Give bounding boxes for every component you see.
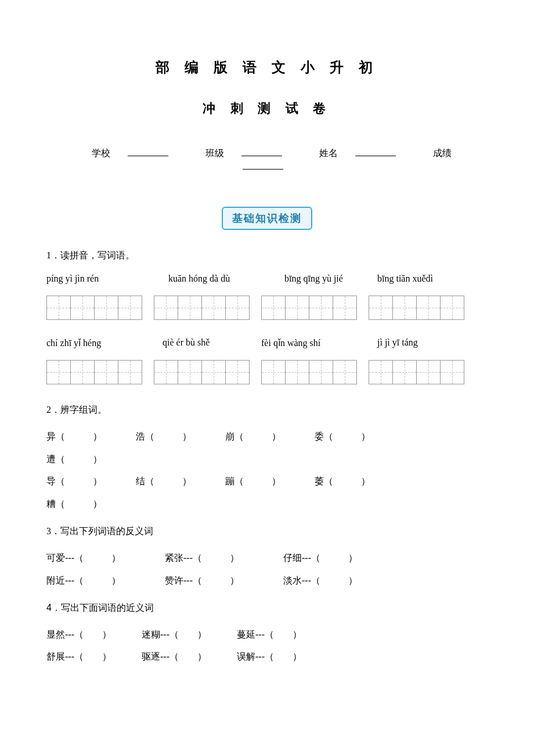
q4-item[interactable]: 舒展---（ ） — [46, 646, 139, 668]
q2-item[interactable]: 萎（ ） — [315, 470, 402, 492]
q1-grid-row1 — [46, 296, 488, 320]
tianzi-group[interactable] — [46, 360, 142, 384]
q3-row2: 附近---（ ） 赞许---（ ） 淡水---（ ） — [46, 570, 488, 592]
section-badge-wrap: 基础知识检测 — [46, 207, 488, 230]
q3-prompt: 3．写出下列词语的反义词 — [46, 523, 488, 539]
pinyin-item: píng yì jìn rén — [46, 273, 168, 284]
pinyin-item: bīng tiān xuědì — [377, 273, 488, 284]
q2-item[interactable]: 导（ ） — [46, 470, 134, 492]
student-info-row: 学校 班级 姓名 成绩 — [46, 146, 488, 172]
q4-item[interactable]: 蔓延---（ ） — [237, 624, 330, 646]
q2-row1: 异（ ） 浩（ ） 崩（ ） 委（ ） 遭（ ） — [46, 426, 488, 470]
q2-item[interactable]: 蹦（ ） — [225, 470, 312, 492]
name-blank[interactable] — [355, 146, 396, 156]
school-blank[interactable] — [128, 146, 168, 156]
q3-item[interactable]: 紧张---（ ） — [165, 547, 281, 569]
name-label: 姓名 — [311, 148, 405, 158]
score-blank[interactable] — [243, 160, 283, 170]
q2-item[interactable]: 崩（ ） — [225, 426, 312, 448]
tianzi-group[interactable] — [369, 296, 464, 320]
q3-item[interactable]: 赞许---（ ） — [165, 570, 281, 592]
pinyin-item: chí zhī yǐ héng — [46, 337, 163, 348]
q1-pinyin-row2: chí zhī yǐ héng qiè ér bù shě fèi qǐn wà… — [46, 337, 488, 348]
q3-item[interactable]: 淡水---（ ） — [283, 570, 399, 592]
q2-prompt: 2．辨字组词。 — [46, 402, 488, 417]
q2-item[interactable]: 遭（ ） — [46, 448, 134, 470]
q1-grid-row2 — [46, 360, 488, 384]
q4-prompt: 4．写出下面词语的近义词 — [46, 600, 488, 615]
q2-row2: 导（ ） 结（ ） 蹦（ ） 萎（ ） 糟（ ） — [46, 470, 488, 515]
pinyin-item: jì jì yī táng — [377, 337, 488, 348]
pinyin-item: fèi qǐn wàng shí — [261, 337, 377, 348]
q2-item[interactable]: 浩（ ） — [136, 426, 223, 448]
q2-item[interactable]: 结（ ） — [136, 470, 223, 492]
q1-prompt: 1．读拼音，写词语。 — [46, 247, 488, 263]
class-blank[interactable] — [241, 146, 282, 156]
section-badge: 基础知识检测 — [222, 207, 312, 230]
q2-item[interactable]: 异（ ） — [46, 426, 134, 448]
tianzi-group[interactable] — [46, 296, 142, 320]
title-sub: 冲 刺 测 试 卷 — [46, 100, 488, 117]
pinyin-item: bīng qīng yù jié — [284, 273, 377, 284]
tianzi-group[interactable] — [154, 360, 250, 384]
school-label: 学校 — [83, 148, 177, 158]
title-main: 部 编 版 语 文 小 升 初 — [46, 58, 488, 77]
tianzi-group[interactable] — [369, 360, 464, 384]
q4-item[interactable]: 显然---（ ） — [46, 624, 139, 646]
q3-item[interactable]: 附近---（ ） — [46, 570, 163, 592]
q3-item[interactable]: 可爱---（ ） — [46, 547, 163, 569]
q4-row1: 显然---（ ） 迷糊---（ ） 蔓延---（ ） — [46, 624, 488, 646]
q4-row2: 舒展---（ ） 驱逐---（ ） 误解---（ ） — [46, 646, 488, 668]
q2-item[interactable]: 委（ ） — [315, 426, 402, 448]
pinyin-item: qiè ér bù shě — [163, 337, 261, 348]
pinyin-item: kuān hóng dà dù — [168, 273, 284, 284]
tianzi-group[interactable] — [261, 360, 357, 384]
tianzi-group[interactable] — [154, 296, 250, 320]
q2-item[interactable]: 糟（ ） — [46, 493, 134, 515]
q1-pinyin-row1: píng yì jìn rén kuān hóng dà dù bīng qīn… — [46, 273, 488, 284]
worksheet-page: 部 编 版 语 文 小 升 初 冲 刺 测 试 卷 学校 班级 姓名 成绩 基础… — [0, 0, 534, 703]
q3-item[interactable]: 仔细---（ ） — [283, 547, 399, 569]
q3-row1: 可爱---（ ） 紧张---（ ） 仔细---（ ） — [46, 547, 488, 569]
q4-item[interactable]: 迷糊---（ ） — [142, 624, 234, 646]
q4-item[interactable]: 误解---（ ） — [237, 646, 330, 668]
tianzi-group[interactable] — [261, 296, 357, 320]
q4-item[interactable]: 驱逐---（ ） — [142, 646, 234, 668]
class-label: 班级 — [197, 148, 291, 158]
